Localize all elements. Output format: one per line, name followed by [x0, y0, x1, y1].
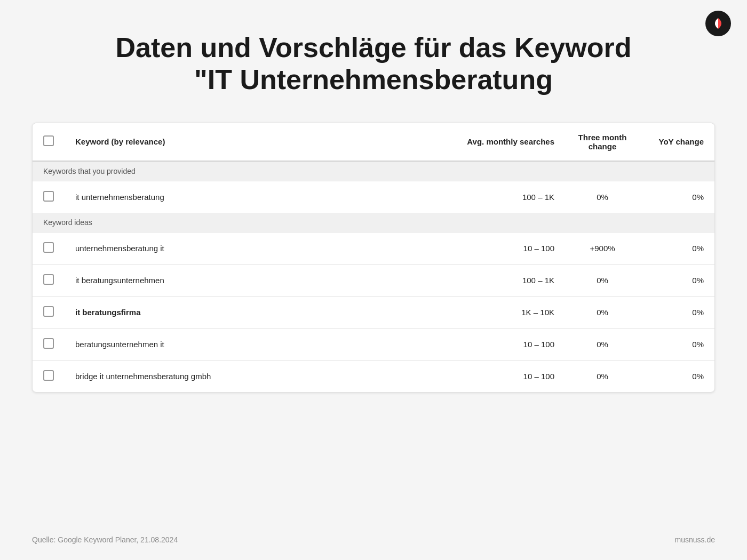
row-keyword: it unternehmensberatung	[65, 181, 448, 213]
header-checkbox[interactable]	[43, 135, 54, 146]
table-row: it beratungsfirma1K – 10K0%0%	[33, 296, 714, 328]
row-checkbox-cell	[33, 296, 65, 328]
header-keyword: Keyword (by relevance)	[65, 123, 448, 161]
header-yoy: YoY change	[640, 123, 714, 161]
footer-brand: musnuss.de	[675, 535, 715, 544]
logo	[705, 11, 731, 36]
row-keyword: beratungsunternehmen it	[65, 328, 448, 360]
row-yoy-change: 0%	[640, 296, 714, 328]
row-yoy-change: 0%	[640, 181, 714, 213]
row-checkbox[interactable]	[43, 306, 54, 317]
section-header-label: Keywords that you provided	[33, 161, 714, 181]
table-row: bridge it unternehmensberatung gmbh10 – …	[33, 360, 714, 392]
footer-source: Quelle: Google Keyword Planer, 21.08.202…	[32, 535, 178, 544]
table-row: beratungsunternehmen it10 – 1000%0%	[33, 328, 714, 360]
row-yoy-change: 0%	[640, 360, 714, 392]
table-row: unternehmensberatung it10 – 100+900%0%	[33, 232, 714, 264]
table-section-header: Keywords that you provided	[33, 161, 714, 181]
footer: Quelle: Google Keyword Planer, 21.08.202…	[32, 535, 715, 544]
row-yoy-change: 0%	[640, 328, 714, 360]
row-three-month-change: 0%	[565, 328, 640, 360]
row-keyword: bridge it unternehmensberatung gmbh	[65, 360, 448, 392]
row-three-month-change: 0%	[565, 264, 640, 296]
header-three-month: Three month change	[565, 123, 640, 161]
logo-icon	[710, 15, 727, 32]
table-row: it beratungsunternehmen100 – 1K0%0%	[33, 264, 714, 296]
row-checkbox[interactable]	[43, 242, 54, 253]
keyword-table: Keyword (by relevance) Avg. monthly sear…	[33, 123, 714, 392]
row-yoy-change: 0%	[640, 232, 714, 264]
row-three-month-change: 0%	[565, 360, 640, 392]
row-checkbox[interactable]	[43, 370, 54, 381]
row-monthly-searches: 100 – 1K	[448, 181, 565, 213]
row-checkbox[interactable]	[43, 274, 54, 285]
section-header-label: Keyword ideas	[33, 213, 714, 233]
row-keyword: it beratungsfirma	[65, 296, 448, 328]
row-monthly-searches: 10 – 100	[448, 360, 565, 392]
row-checkbox-cell	[33, 328, 65, 360]
row-monthly-searches: 10 – 100	[448, 328, 565, 360]
row-three-month-change: 0%	[565, 181, 640, 213]
header-monthly: Avg. monthly searches	[448, 123, 565, 161]
row-keyword: unternehmensberatung it	[65, 232, 448, 264]
row-three-month-change: 0%	[565, 296, 640, 328]
row-three-month-change: +900%	[565, 232, 640, 264]
page-title: Daten und Vorschläge für das Keyword "IT…	[0, 0, 747, 117]
row-monthly-searches: 100 – 1K	[448, 264, 565, 296]
row-checkbox[interactable]	[43, 338, 54, 349]
row-checkbox-cell	[33, 181, 65, 213]
keyword-table-container: Keyword (by relevance) Avg. monthly sear…	[32, 123, 715, 393]
row-checkbox-cell	[33, 360, 65, 392]
row-checkbox-cell	[33, 232, 65, 264]
table-section-header: Keyword ideas	[33, 213, 714, 233]
row-yoy-change: 0%	[640, 264, 714, 296]
table-row: it unternehmensberatung100 – 1K0%0%	[33, 181, 714, 213]
row-checkbox-cell	[33, 264, 65, 296]
table-header-row: Keyword (by relevance) Avg. monthly sear…	[33, 123, 714, 161]
header-checkbox-cell	[33, 123, 65, 161]
row-monthly-searches: 1K – 10K	[448, 296, 565, 328]
row-keyword: it beratungsunternehmen	[65, 264, 448, 296]
row-monthly-searches: 10 – 100	[448, 232, 565, 264]
row-checkbox[interactable]	[43, 191, 54, 202]
